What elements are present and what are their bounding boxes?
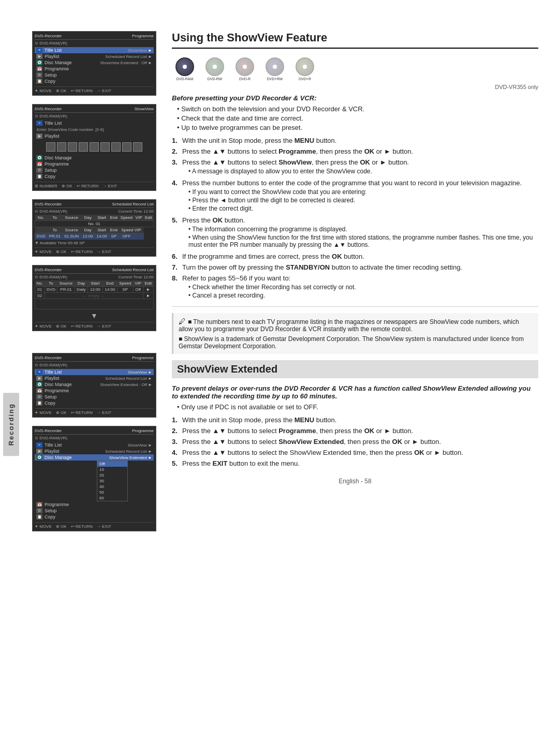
steps-list-1: 1. With the unit in Stop mode, press the… [172, 137, 538, 300]
screen2-header-right: ShowView [135, 107, 154, 111]
screen6-header-left: DVD-Recorder [35, 428, 62, 433]
screen6-disc-manage: 💿 Disc Manage ShowView Extended ► [35, 454, 154, 461]
list-item: Only use if PDC is not available or set … [177, 403, 538, 411]
step-8: 8. Refer to pages 55~56 if you want to: … [172, 274, 538, 300]
step-s4: 4. Press the ▲▼ buttons to select the Sh… [172, 449, 538, 456]
page-number: English - 58 [172, 478, 538, 485]
disc-dvd-r: DVD-R [232, 56, 258, 82]
list-item: Press the ◄ button until the digit to be… [188, 197, 522, 204]
step-s2: 2. Press the ▲▼ buttons to select Progra… [172, 427, 538, 435]
screen1-setup: ⚙ Setup [35, 72, 154, 78]
section-divider [172, 306, 538, 307]
screen2-header-left: DVD-Recorder [35, 107, 62, 111]
sched-row-empty [35, 299, 154, 309]
list-item: Up to twelve programmes can be preset. [177, 124, 538, 131]
sched-row-1: 01 DVD PR.01 Daily 12:00 14:00 SP Off ► [35, 287, 154, 293]
dvd-vr355-label: DVD-VR355 only [172, 84, 538, 90]
screen6-title-list: ≡ Title List ShowView ► [35, 442, 154, 448]
list-item: Enter the correct digit. [188, 205, 522, 212]
screen5-playlist: ▶ Playlist Scheduled Record List ► [35, 375, 154, 381]
screen5-setup: ⚙ Setup [35, 394, 154, 400]
step-1: 1. With the unit in Stop mode, press the… [172, 137, 538, 144]
list-item: Check whether the timer Recording has se… [188, 284, 356, 291]
step-5: 5. Press the OK button. The information … [172, 216, 538, 249]
step-s5: 5. Press the EXIT button to exit the men… [172, 459, 538, 467]
screen6-programme: 📅 Programme [35, 501, 154, 508]
step-7: 7. Turn the power off by pressing the ST… [172, 263, 538, 271]
screen1-playlist: ▶ Playlist Scheduled Record List ► [35, 53, 154, 60]
screen2-playlist: ▶ Playlist [35, 133, 154, 139]
copy-icon: 📋 [36, 79, 42, 84]
screen1-programme: 📅 Programme [35, 66, 154, 72]
screen6-playlist: ▶ Playlist Scheduled Record List ► [35, 448, 154, 454]
showview-bullet: Only use if PDC is not available or set … [172, 403, 538, 411]
step-3: 3. Press the ▲▼ buttons to select ShowVi… [172, 158, 538, 176]
available-time: ▼ Available Time 00:48 SP [35, 241, 154, 245]
before-preset-bullets: Switch on both the television and your D… [172, 105, 538, 131]
right-column: Using the ShowView Feature DVD-RAM DVD-R… [161, 21, 559, 735]
screen4: DVD-Recorder Scheduled Record List ⊙ DVD… [32, 265, 156, 331]
sidebar-tab: Recording [0, 114, 22, 735]
screen1-header-right: Programme [132, 34, 154, 38]
showview-intro: To prevent delays or over-runs the DVD R… [172, 384, 538, 400]
list-item: If you want to correct the ShowView code… [188, 188, 522, 196]
screen3-header-right: Scheduled Record List [112, 202, 154, 206]
screen5-programme: 📅 Programme [35, 388, 154, 394]
screen2: DVD-Recorder ShowView ⊙ DVD-RAM(VR) ≡ Ti… [32, 104, 156, 191]
step-6: 6. If the programme and times are correc… [172, 253, 538, 260]
screen6: DVD-Recorder Programme ⊙ DVD-RAM(VR) ≡ T… [32, 426, 156, 531]
sched-row-2: 02 — empty — ► [35, 293, 154, 299]
list-item: A message is displayed to allow you to e… [188, 168, 409, 175]
screen1-header-left: DVD-Recorder [35, 34, 62, 38]
screen5: DVD-Recorder Programme ⊙ DVD-RAM(VR) ≡ T… [32, 353, 156, 418]
screen4-header-left: DVD-Recorder [35, 268, 62, 272]
left-column: DVD-Recorder Programme ⊙ DVD-RAM(VR) ≡ T… [22, 21, 161, 735]
step-2: 2. Press the ▲▼ buttons to select Progra… [172, 147, 538, 155]
screen2-disc-manage: 💿 Disc Manage [35, 155, 154, 161]
screen5-header-left: DVD-Recorder [35, 355, 62, 360]
screen2-programme: 📅 Programme [35, 161, 154, 167]
screen6-copy: 📋 Copy [35, 514, 154, 520]
screen5-disc-manage: 💿 Disc Manage ShowView Extended : Off ► [35, 381, 154, 388]
screen2-copy: 📋 Copy [35, 173, 154, 180]
setup-icon: ⚙ [36, 72, 42, 78]
screen3-header-left: DVD-Recorder [35, 202, 62, 206]
screen6-setup: ⚙ Setup [35, 508, 154, 514]
sched-table4: No. To Source Day Start End Speed VIP Ed… [35, 280, 154, 309]
list-item: Cancel a preset recording. [188, 292, 356, 299]
sched-table3: No. To Source Day Start End Speed VIP Ed… [35, 215, 154, 240]
step-4: 4. Press the number buttons to enter the… [172, 179, 538, 213]
screen1-disc-manage: 💿 Disc Manage ShowView Extended : Off ► [35, 60, 154, 66]
programme-icon: 📅 [36, 66, 42, 71]
steps-list-2: 1. With the unit in Stop mode, press the… [172, 416, 538, 467]
list-item: Check that the date and time are correct… [177, 114, 538, 122]
disc-manage-icon: 💿 [36, 60, 42, 65]
sched-row-active: DVD PR.01 01.SUN 12:00 14:00 SP OFF [35, 233, 154, 240]
disc-dvd-rw: DVD-RW [202, 56, 228, 82]
screen3: DVD-Recorder Scheduled Record List ⊙ DVD… [32, 199, 156, 257]
note-box-1: 🖊■ The numbers next to each TV programme… [172, 313, 538, 354]
recording-label: Recording [3, 393, 19, 456]
screen2-setup: ⚙ Setup [35, 167, 154, 173]
list-item: When using the ShowView function for the… [188, 234, 538, 248]
screen5-copy: 📋 Copy [35, 400, 154, 406]
title-list-icon: ≡ [36, 48, 42, 53]
screen1-title-list: ≡ Title List ShowView ► [35, 47, 154, 53]
disc-dvdr-plus: DVD+R [292, 56, 318, 82]
section-title-1: Using the ShowView Feature [172, 31, 538, 49]
screen5-title-list: ≡ Title List ShowView ► [35, 369, 154, 375]
step-s3: 3. Press the ▲▼ buttons to select ShowVi… [172, 438, 538, 446]
screen2-title-list: ≡ Title List [35, 120, 154, 126]
screen4-header-right: Scheduled Record List [112, 268, 154, 272]
screen1: DVD-Recorder Programme ⊙ DVD-RAM(VR) ≡ T… [32, 31, 156, 96]
screen1-copy: 📋 Copy [35, 78, 154, 84]
code-boxes [35, 142, 154, 152]
section-title-2: ShowView Extended [172, 360, 538, 378]
list-item: Switch on both the television and your D… [177, 105, 538, 113]
disc-dvd-ram: DVD-RAM [172, 56, 198, 82]
step-s1: 1. With the unit in Stop mode, press the… [172, 416, 538, 424]
disc-icons-row: DVD-RAM DVD-RW DVD-R DVD+RW [172, 56, 538, 82]
screen5-header-right: Programme [132, 355, 154, 360]
list-item: The information concerning the programme… [188, 226, 538, 233]
showview-dropdown: Off 10 20 30 40 50 60 [97, 461, 128, 501]
